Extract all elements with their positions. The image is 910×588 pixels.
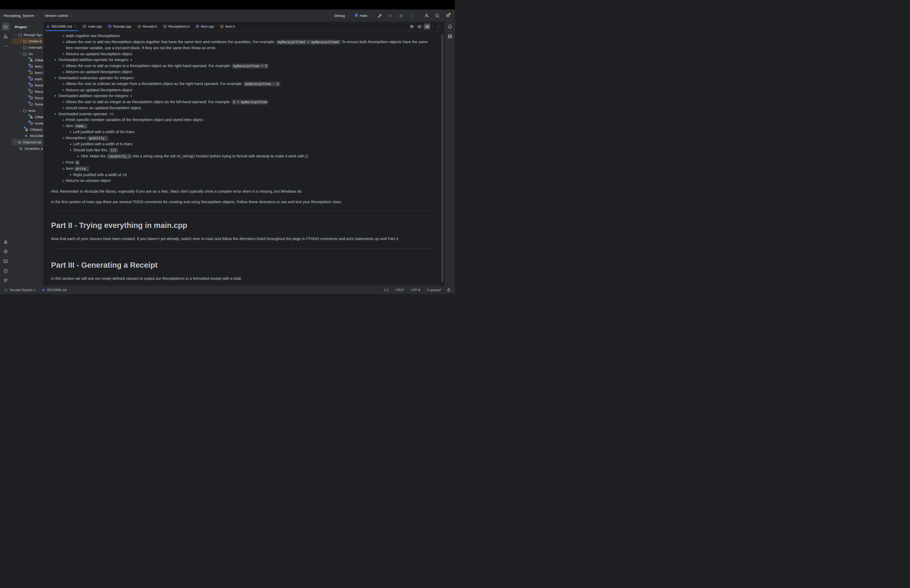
tree-item-tests[interactable]: tests — [11, 107, 43, 114]
chevron-right-icon[interactable] — [13, 141, 18, 144]
chevron-down-icon — [36, 14, 39, 17]
inline-code: price_ — [74, 166, 89, 171]
chevron-down-icon[interactable] — [18, 52, 23, 55]
tree-item-item-c[interactable]: CItem.c — [11, 63, 43, 69]
tree-item-recei[interactable]: HRecei — [11, 101, 43, 107]
run-configuration-selector[interactable]: Debug — [335, 14, 349, 18]
tab-main.cpp[interactable]: Cmain.cpp — [79, 22, 105, 31]
svg-text:H: H — [31, 90, 32, 93]
project-tool-button[interactable] — [2, 23, 10, 31]
debug-button[interactable] — [398, 13, 404, 19]
version-control-tool-button[interactable] — [2, 277, 10, 284]
problems-tool-button[interactable] — [2, 267, 10, 275]
markdown-list-item: Item price_ — [51, 166, 432, 172]
hint-paragraph: Hint: Remember to #include the library, … — [51, 189, 432, 194]
editor-tab-bar: M↓README.mdCmain.cppCReceipt.cppHReceipt… — [44, 22, 444, 31]
markdown-list-item: Returns an updated ReceiptItem object — [51, 87, 432, 93]
tab-Receipt.h[interactable]: HReceipt.h — [134, 22, 160, 31]
tab-ReceiptItem.h[interactable]: HReceiptItem.h — [160, 22, 192, 31]
tree-item-externals[interactable]: externals — [11, 44, 43, 50]
project-panel-header[interactable]: Project — [11, 22, 43, 32]
notifications-button[interactable] — [446, 23, 454, 31]
breadcrumb-file[interactable]: README.md — [47, 288, 66, 292]
tree-item-label: Scratches a — [24, 147, 43, 150]
markdown-list-item: Left justified with a width of 9 chars — [51, 141, 432, 147]
tab-Receipt.cpp[interactable]: CReceipt.cpp — [105, 22, 134, 31]
tree-item-label: cmake-b — [28, 39, 42, 43]
editor-only-button[interactable] — [408, 23, 415, 30]
split-view-button[interactable] — [416, 23, 423, 30]
run-button[interactable] — [387, 13, 393, 19]
tab-README.md[interactable]: M↓README.md — [44, 22, 79, 31]
chevron-right-icon[interactable] — [18, 46, 23, 49]
chevron-down-icon[interactable] — [14, 33, 18, 36]
markdown-list-item: Right justified with a width of 10 — [51, 172, 432, 178]
markdown-list-item: Overloaded inserter operator: << — [51, 111, 432, 117]
more-actions-button[interactable] — [408, 13, 414, 19]
editor-scrollbar[interactable] — [441, 34, 443, 283]
terminal-tool-button[interactable] — [2, 257, 10, 265]
tree-item-readme[interactable]: M↓README — [11, 132, 43, 139]
status-bar: Receipt System 1 M↓ README.md 1:1CRLFUTF… — [0, 286, 455, 294]
tree-item-item-h[interactable]: HItem.h — [11, 69, 43, 76]
inline-code: myReceiptItem + 5 — [232, 64, 268, 68]
tab-Item.cpp[interactable]: CItem.cpp — [192, 22, 217, 31]
tree-item-recei[interactable]: CRecei — [11, 95, 43, 101]
branch-name: main — [360, 14, 367, 18]
cmake-tool-button[interactable] — [2, 237, 10, 246]
file-badge — [28, 57, 30, 59]
inline-code: name_ — [74, 124, 87, 128]
branch-widget[interactable]: main — [354, 13, 372, 18]
preview-only-button[interactable] — [423, 23, 430, 30]
tree-item-label: Recei — [35, 102, 44, 106]
tree-item-receipt-sys[interactable]: Receipt Sys — [11, 32, 43, 38]
tree-item-external-lib[interactable]: External Lib — [11, 139, 43, 145]
close-tab-icon[interactable] — [74, 25, 77, 28]
code-with-me-button[interactable] — [423, 13, 430, 19]
tree-item-scratches-a[interactable]: Scratches a — [11, 145, 43, 152]
left-tool-stripe — [0, 22, 11, 286]
tree-item-cmake-b[interactable]: cmake-b — [11, 38, 43, 44]
vcs-label: Version control — [45, 14, 68, 18]
database-tool-button[interactable] — [446, 32, 454, 40]
h-icon: H — [29, 71, 34, 75]
more-tools-button[interactable] — [2, 42, 10, 50]
markdown-list-item: Overloaded addition operator for integer… — [51, 57, 432, 63]
file-badge — [24, 127, 25, 128]
part3-heading: Part III - Generating a Receipt — [51, 260, 432, 270]
status-indent[interactable]: 2 spaces* — [427, 288, 441, 292]
unlock-icon[interactable] — [447, 288, 451, 292]
editor-options-button[interactable] — [435, 23, 442, 30]
markdown-list-item: Allows the user to add an integer to a R… — [51, 63, 432, 69]
status-caret-position[interactable]: 1:1 — [384, 288, 389, 292]
chevron-down-icon[interactable] — [18, 109, 23, 112]
chevron-down-icon — [346, 14, 349, 17]
status-encoding[interactable]: UTF-8 — [411, 288, 420, 292]
tree-item-cmak[interactable]: CMak — [11, 57, 43, 63]
tree-item-src[interactable]: src — [11, 50, 43, 57]
inline-code: (2) — [109, 148, 118, 153]
settings-button[interactable] — [444, 13, 451, 19]
tree-item-recei[interactable]: HRecei — [11, 89, 43, 95]
vcs-widget[interactable]: Version control — [45, 14, 73, 18]
chevron-right-icon[interactable] — [18, 39, 23, 43]
status-line-separator[interactable]: CRLF — [396, 288, 404, 292]
tree-item-recei[interactable]: CRecei — [11, 82, 43, 89]
search-everywhere-button[interactable] — [434, 13, 440, 19]
tree-item-receip[interactable]: Creceip — [11, 120, 43, 126]
markdown-list: Adds together two ReceiptItems.Allows th… — [51, 33, 432, 184]
tree-item-cmakeli[interactable]: CMakeLi — [11, 126, 43, 132]
breadcrumb-module[interactable]: Receipt System 1 — [10, 288, 36, 292]
build-button[interactable] — [377, 13, 383, 19]
services-tool-button[interactable] — [2, 247, 10, 255]
tab-Item.h[interactable]: HItem.h — [217, 22, 238, 31]
structure-tool-button[interactable] — [2, 32, 10, 40]
file-badge — [28, 102, 30, 103]
tree-item-main-[interactable]: Cmain. — [11, 76, 43, 82]
file-badge — [28, 95, 30, 97]
project-switcher[interactable]: Receipting_System — [4, 14, 39, 18]
chevron-down-icon — [28, 26, 31, 28]
tree-item-cmak[interactable]: CMak — [11, 114, 43, 120]
tree-item-label: Item.h — [35, 71, 44, 75]
file-badge — [28, 82, 30, 84]
